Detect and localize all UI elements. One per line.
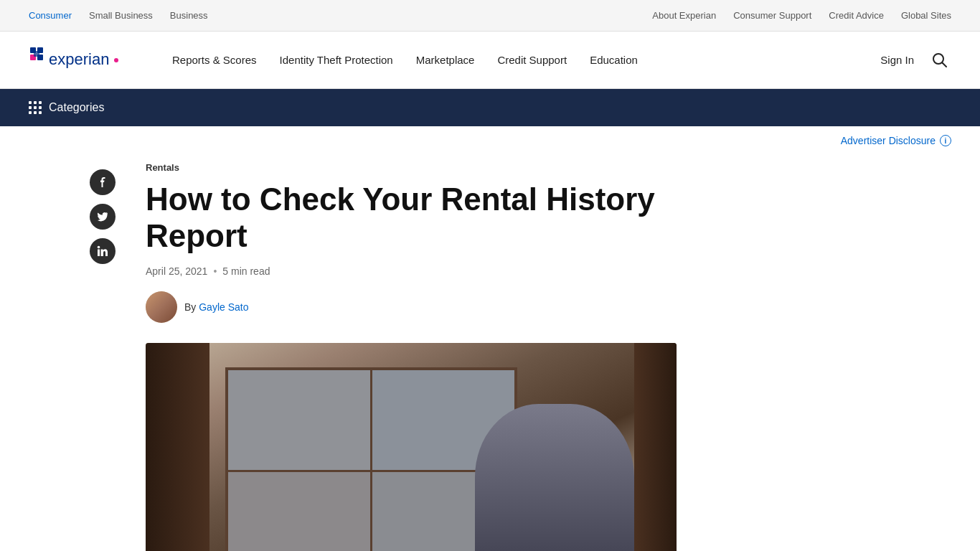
- search-icon-button[interactable]: [928, 49, 951, 72]
- utility-link-consumer-support[interactable]: Consumer Support: [733, 10, 811, 21]
- author-row: By Gayle Sato: [146, 291, 677, 323]
- nav-links: Reports & Scores Identity Theft Protecti…: [172, 54, 880, 66]
- svg-line-8: [943, 62, 947, 67]
- utility-link-credit-advice[interactable]: Credit Advice: [829, 10, 884, 21]
- curtain-left: [146, 343, 209, 551]
- nav-item-identity-theft[interactable]: Identity Theft Protection: [280, 54, 393, 66]
- search-icon: [932, 52, 948, 68]
- meta-separator: •: [213, 265, 217, 277]
- svg-point-6: [114, 58, 118, 62]
- hero-image-background: [146, 343, 677, 551]
- info-circle-icon: i: [940, 135, 951, 146]
- facebook-share-button[interactable]: [90, 169, 116, 195]
- article-read-time: 5 min read: [222, 265, 270, 277]
- curtain-right: [634, 343, 677, 551]
- svg-rect-9: [98, 250, 100, 257]
- author-text: By Gayle Sato: [184, 301, 249, 313]
- article-content: Rentals How to Check Your Rental History…: [131, 155, 677, 551]
- window-pane-3: [228, 472, 370, 551]
- article-layout: Rentals How to Check Your Rental History…: [60, 155, 920, 551]
- advertiser-disclosure-text: Advertiser Disclosure: [841, 135, 936, 146]
- nav-item-reports-scores[interactable]: Reports & Scores: [172, 54, 257, 66]
- twitter-icon: [97, 211, 108, 222]
- advertiser-disclosure-bar: Advertiser Disclosure i: [0, 126, 980, 155]
- twitter-share-button[interactable]: [90, 204, 116, 230]
- hero-image: [146, 343, 677, 551]
- nav-item-education[interactable]: Education: [590, 54, 638, 66]
- utility-link-global-sites[interactable]: Global Sites: [901, 10, 951, 21]
- hero-overlay: [146, 343, 677, 551]
- utility-link-business[interactable]: Business: [170, 10, 208, 21]
- utility-bar: Consumer Small Business Business About E…: [0, 0, 980, 32]
- author-avatar: [146, 291, 177, 323]
- author-prefix: By: [184, 301, 196, 313]
- utility-link-consumer[interactable]: Consumer: [29, 10, 72, 21]
- nav-item-marketplace[interactable]: Marketplace: [416, 54, 475, 66]
- utility-link-about-experian[interactable]: About Experian: [652, 10, 716, 21]
- utility-link-small-business[interactable]: Small Business: [89, 10, 153, 21]
- main-nav: experian Reports & Scores Identity Theft…: [0, 32, 980, 89]
- categories-button[interactable]: Categories: [29, 101, 104, 114]
- article-meta: April 25, 2021 • 5 min read: [146, 265, 677, 277]
- author-name: Gayle Sato: [199, 301, 248, 313]
- grid-icon: [29, 101, 42, 114]
- svg-text:experian: experian: [49, 50, 109, 68]
- logo-area[interactable]: experian: [29, 44, 143, 76]
- nav-item-credit-support[interactable]: Credit Support: [497, 54, 567, 66]
- author-link[interactable]: Gayle Sato: [199, 301, 248, 313]
- article-date: April 25, 2021: [146, 265, 207, 277]
- sign-in-button[interactable]: Sign In: [880, 54, 914, 66]
- svg-point-10: [98, 246, 100, 249]
- window-pane-1: [228, 370, 370, 470]
- svg-rect-4: [34, 51, 39, 57]
- linkedin-share-button[interactable]: [90, 238, 116, 264]
- advertiser-disclosure-link[interactable]: Advertiser Disclosure i: [841, 135, 951, 146]
- utility-bar-left: Consumer Small Business Business: [29, 10, 208, 21]
- author-avatar-image: [146, 291, 177, 323]
- article-title: How to Check Your Rental History Report: [146, 182, 677, 254]
- utility-bar-right: About Experian Consumer Support Credit A…: [652, 10, 951, 21]
- nav-actions: Sign In: [880, 49, 951, 72]
- facebook-icon: [97, 176, 108, 188]
- person-silhouette: [475, 404, 634, 551]
- experian-logo[interactable]: experian: [29, 44, 143, 76]
- categories-bar: Categories: [0, 89, 980, 126]
- window-frame: [225, 367, 517, 551]
- article-category: Rentals: [146, 162, 677, 173]
- social-sidebar: [88, 155, 131, 551]
- linkedin-icon: [97, 245, 108, 257]
- categories-label: Categories: [49, 101, 104, 114]
